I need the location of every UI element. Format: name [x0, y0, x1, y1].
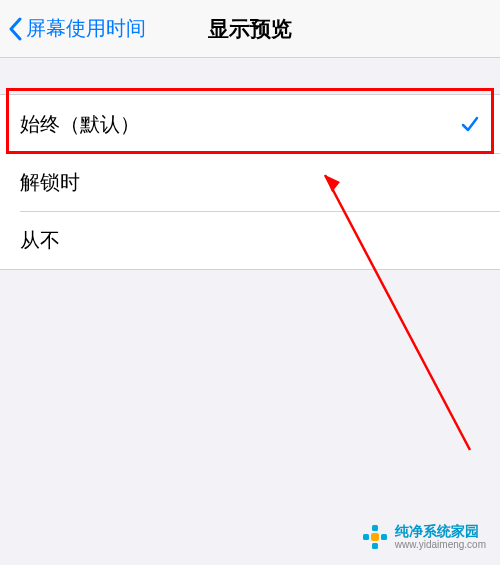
svg-rect-2 [372, 525, 378, 531]
svg-rect-5 [372, 543, 378, 549]
page-title: 显示预览 [208, 15, 292, 43]
watermark: 纯净系统家园 www.yidaimeng.com [361, 523, 486, 551]
svg-rect-3 [363, 534, 369, 540]
options-list: 始终（默认） 解锁时 从不 [0, 94, 500, 270]
svg-rect-6 [371, 533, 379, 541]
navigation-bar: 屏幕使用时间 显示预览 [0, 0, 500, 58]
chevron-left-icon [8, 17, 22, 41]
watermark-title: 纯净系统家园 [395, 524, 486, 539]
section-spacer [0, 58, 500, 94]
option-always[interactable]: 始终（默认） [0, 95, 500, 153]
option-label: 从不 [20, 227, 60, 254]
option-label: 解锁时 [20, 169, 80, 196]
checkmark-icon [460, 114, 480, 134]
watermark-logo-icon [361, 523, 389, 551]
option-label: 始终（默认） [20, 111, 140, 138]
option-never[interactable]: 从不 [0, 211, 500, 269]
svg-rect-4 [381, 534, 387, 540]
back-button[interactable]: 屏幕使用时间 [0, 15, 146, 42]
back-label: 屏幕使用时间 [26, 15, 146, 42]
option-when-unlocked[interactable]: 解锁时 [0, 153, 500, 211]
watermark-url: www.yidaimeng.com [395, 539, 486, 550]
